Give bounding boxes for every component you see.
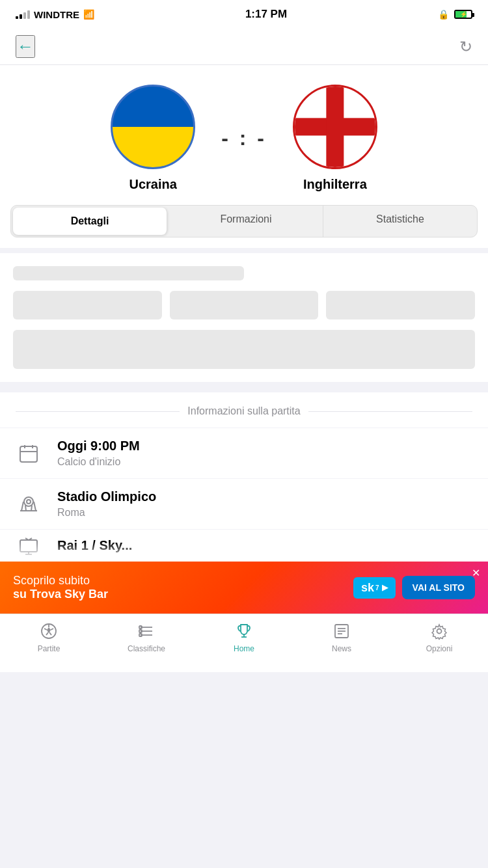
home-team-name: Ucraina xyxy=(129,177,176,192)
svg-point-35 xyxy=(437,629,442,634)
england-flag xyxy=(293,85,377,169)
battery-icon: ⚡ xyxy=(454,10,472,19)
svg-line-9 xyxy=(25,506,26,511)
svg-line-22 xyxy=(44,629,47,630)
score-display: - : - xyxy=(221,126,267,150)
ad-close-button[interactable]: ✕ xyxy=(472,567,480,579)
info-section: Informazioni sulla partita Oggi 9:00 PM … xyxy=(0,392,488,562)
tab-statistiche[interactable]: Statistiche xyxy=(323,206,477,237)
stadium-name: Stadio Olimpico xyxy=(57,489,156,504)
nav-item-opzioni[interactable]: Opzioni xyxy=(390,619,488,653)
tabs: Dettagli Formazioni Statistiche xyxy=(10,205,478,237)
nav-item-partite[interactable]: Partite xyxy=(0,619,98,653)
section-divider-2 xyxy=(0,382,488,387)
sky-sup: 7 xyxy=(375,584,379,591)
skeleton-row-1 xyxy=(13,291,475,319)
list-icon xyxy=(137,622,156,640)
sky-text: sk xyxy=(361,581,374,595)
skeleton-section xyxy=(0,253,488,382)
news-icon xyxy=(332,622,351,640)
ukraine-flag xyxy=(111,85,195,169)
score-section: - : - xyxy=(221,126,267,150)
away-team: Inghilterra xyxy=(293,85,377,192)
info-title-row: Informazioni sulla partita xyxy=(0,392,488,427)
kickoff-text-group: Oggi 9:00 PM Calcio d'inizio xyxy=(57,439,140,468)
ad-line1: Scoprilo subito xyxy=(13,574,353,588)
info-section-title: Informazioni sulla partita xyxy=(187,405,300,417)
stadium-text-group: Stadio Olimpico Roma xyxy=(57,489,156,519)
trophy-icon xyxy=(235,622,253,640)
info-item-stadium: Stadio Olimpico Roma xyxy=(0,478,488,529)
svg-line-20 xyxy=(49,632,51,635)
home-team: Ucraina xyxy=(111,85,195,192)
nav-item-news[interactable]: News xyxy=(293,619,390,653)
svg-line-6 xyxy=(21,502,23,511)
ad-text-group: Scoprilo subito su Trova Sky Bar xyxy=(13,574,353,601)
info-item-kickoff: Oggi 9:00 PM Calcio d'inizio xyxy=(0,427,488,478)
skeleton-bar-1 xyxy=(13,266,244,280)
skeleton-full-1 xyxy=(13,330,475,369)
kickoff-label: Calcio d'inizio xyxy=(57,456,140,468)
kickoff-time: Oggi 9:00 PM xyxy=(57,439,140,454)
status-right: 🔒 ⚡ xyxy=(438,9,472,20)
nav-label-partite: Partite xyxy=(38,644,61,653)
status-time: 1:17 PM xyxy=(245,8,287,21)
broadcast-text-group: Rai 1 / Sky... xyxy=(57,538,132,553)
ad-banner[interactable]: Scoprilo subito su Trova Sky Bar sk 7 ▶ … xyxy=(0,562,488,614)
visit-site-button[interactable]: VAI AL SITO xyxy=(402,576,475,599)
skeleton-cell-3 xyxy=(326,291,475,319)
match-header: Ucraina - : - Inghilterra xyxy=(0,65,488,205)
ad-logo-group: sk 7 ▶ VAI AL SITO xyxy=(353,576,475,599)
sky-logo: sk 7 ▶ xyxy=(353,577,396,599)
tab-dettagli[interactable]: Dettagli xyxy=(13,208,167,235)
back-button[interactable]: ← xyxy=(16,35,35,58)
section-divider-1 xyxy=(0,248,488,253)
play-icon: ▶ xyxy=(382,583,388,592)
svg-line-19 xyxy=(51,629,53,630)
broadcast-name: Rai 1 / Sky... xyxy=(57,538,132,553)
svg-point-4 xyxy=(24,497,33,506)
top-nav: ← ↻ xyxy=(0,29,488,65)
away-team-name: Inghilterra xyxy=(303,177,367,192)
nav-item-classifiche[interactable]: Classifiche xyxy=(98,619,195,653)
info-item-broadcast: Rai 1 / Sky... xyxy=(0,529,488,562)
svg-line-21 xyxy=(46,632,48,635)
nav-label-classifiche: Classifiche xyxy=(128,644,165,653)
svg-point-5 xyxy=(27,500,31,504)
skeleton-cell-2 xyxy=(170,291,319,319)
gear-icon xyxy=(430,622,448,640)
soccer-icon xyxy=(40,622,58,640)
carrier-label: WINDTRE xyxy=(34,9,79,20)
tab-formazioni[interactable]: Formazioni xyxy=(169,206,323,237)
calendar-icon xyxy=(16,441,42,467)
nav-label-news: News xyxy=(332,644,351,653)
ad-container: Scoprilo subito su Trova Sky Bar sk 7 ▶ … xyxy=(0,562,488,614)
stadium-city: Roma xyxy=(57,507,156,519)
nav-item-home[interactable]: Home xyxy=(195,619,293,653)
skeleton-cell-1 xyxy=(13,291,162,319)
svg-rect-0 xyxy=(20,446,37,462)
refresh-button[interactable]: ↻ xyxy=(459,38,472,56)
stadium-icon xyxy=(16,491,42,517)
lock-icon: 🔒 xyxy=(438,9,449,20)
signal-icon xyxy=(16,10,30,19)
svg-line-7 xyxy=(34,502,36,511)
svg-rect-11 xyxy=(20,540,37,552)
svg-line-10 xyxy=(31,506,32,511)
status-bar: WINDTRE 📶 1:17 PM 🔒 ⚡ xyxy=(0,0,488,29)
tv-icon xyxy=(16,533,42,559)
tabs-container: Dettagli Formazioni Statistiche xyxy=(0,205,488,248)
svg-marker-17 xyxy=(47,627,51,632)
wifi-icon: 📶 xyxy=(83,9,94,20)
nav-label-home: Home xyxy=(234,644,254,653)
ad-line2: su Trova Sky Bar xyxy=(13,588,353,601)
status-left: WINDTRE 📶 xyxy=(16,9,94,20)
nav-label-opzioni: Opzioni xyxy=(426,644,453,653)
bottom-nav: Partite Classifiche xyxy=(0,614,488,672)
